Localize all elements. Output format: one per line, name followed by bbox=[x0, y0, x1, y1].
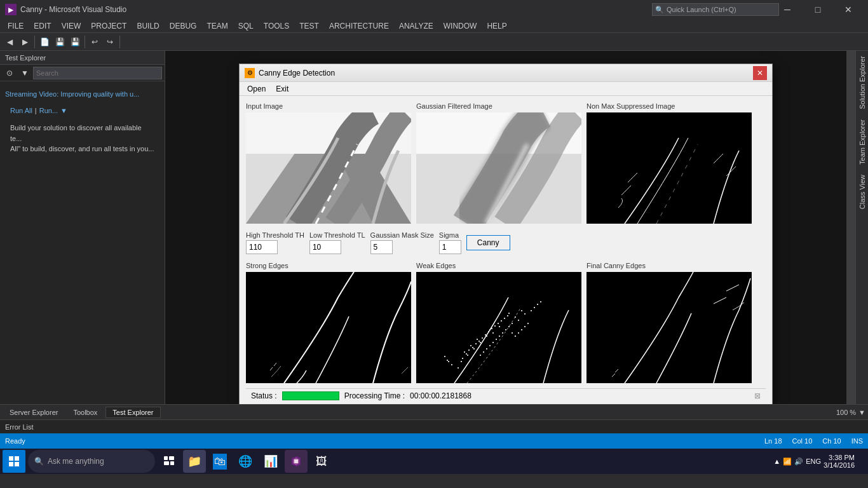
menu-debug[interactable]: DEBUG bbox=[165, 20, 202, 32]
menu-help[interactable]: HELP bbox=[482, 20, 512, 32]
processing-label: Processing Time : bbox=[344, 391, 405, 400]
weak-edges-container bbox=[416, 272, 581, 383]
dialog-close-button[interactable]: ✕ bbox=[753, 66, 767, 80]
menu-architecture[interactable]: ARCHITECTURE bbox=[324, 20, 394, 32]
eng-language[interactable]: ENG bbox=[806, 458, 821, 465]
progress-bar bbox=[282, 391, 339, 400]
search-bar-placeholder: Ask me anything bbox=[48, 457, 104, 466]
file-explorer-taskbar[interactable]: 📁 bbox=[183, 450, 206, 473]
svg-rect-35 bbox=[478, 341, 480, 342]
high-threshold-label: High Threshold TH bbox=[246, 231, 304, 239]
svg-rect-50 bbox=[537, 304, 538, 305]
svg-rect-25 bbox=[512, 323, 513, 324]
run-dropdown-icon[interactable]: ▼ bbox=[60, 105, 67, 117]
back-button[interactable]: ◀ bbox=[3, 35, 17, 49]
test-explorer-header: Test Explorer bbox=[0, 51, 165, 65]
clock-time: 3:38 PM bbox=[824, 454, 855, 461]
svg-rect-51 bbox=[540, 301, 541, 302]
forward-button[interactable]: ▶ bbox=[18, 35, 32, 49]
run-controls: Run All | Run... ▼ bbox=[5, 103, 159, 119]
undo-button[interactable]: ↩ bbox=[88, 35, 102, 49]
run-dropdown-button[interactable]: Run... bbox=[39, 105, 58, 117]
menu-team[interactable]: TEAM bbox=[201, 20, 233, 32]
dialog-menu-open[interactable]: Open bbox=[242, 83, 271, 95]
resize-grip[interactable]: ⊠ bbox=[754, 391, 761, 400]
class-view-tab[interactable]: Class View bbox=[857, 170, 868, 214]
svg-rect-43 bbox=[504, 318, 505, 319]
menu-sql[interactable]: SQL bbox=[233, 20, 259, 32]
error-list-label[interactable]: Error List bbox=[5, 423, 34, 431]
menu-build[interactable]: BUILD bbox=[132, 20, 164, 32]
quick-launch-box[interactable]: 🔍 Quick Launch (Ctrl+Q) bbox=[652, 3, 779, 16]
svg-rect-47 bbox=[444, 356, 445, 357]
solution-explorer-tab[interactable]: Solution Explorer bbox=[857, 51, 868, 114]
toolbar-separator-3 bbox=[119, 36, 120, 48]
maximize-button[interactable]: □ bbox=[803, 0, 832, 19]
svg-rect-10 bbox=[416, 272, 581, 383]
low-threshold-input[interactable] bbox=[309, 240, 341, 254]
svg-rect-39 bbox=[491, 328, 492, 329]
network-icon[interactable]: 📶 bbox=[783, 458, 792, 466]
test-explorer-bottom-tab[interactable]: Test Explorer bbox=[105, 407, 160, 418]
high-threshold-input[interactable] bbox=[246, 240, 278, 254]
vs-taskbar[interactable] bbox=[285, 450, 308, 473]
test-nav-button[interactable]: ⊙ bbox=[3, 66, 17, 80]
svg-rect-58 bbox=[499, 336, 500, 337]
clock[interactable]: 3:38 PM 3/14/2016 bbox=[824, 454, 855, 469]
svg-rect-33 bbox=[472, 347, 473, 348]
dialog-menu-exit[interactable]: Exit bbox=[271, 83, 294, 95]
test-filter-button[interactable]: ▼ bbox=[18, 66, 32, 80]
menu-window[interactable]: WINDOW bbox=[438, 20, 482, 32]
search-input[interactable] bbox=[33, 67, 162, 79]
store-taskbar[interactable]: 🛍 bbox=[208, 450, 231, 473]
new-file-button[interactable]: 📄 bbox=[37, 35, 51, 49]
close-button[interactable]: ✕ bbox=[834, 0, 863, 19]
test-explorer-toolbar: ⊙ ▼ bbox=[0, 65, 165, 81]
left-panel: Test Explorer ⊙ ▼ Streaming Video: Impro… bbox=[0, 51, 165, 404]
menu-analyze[interactable]: ANALYZE bbox=[394, 20, 438, 32]
save-button[interactable]: 💾 bbox=[53, 35, 67, 49]
canny-button[interactable]: Canny bbox=[466, 235, 510, 250]
redo-button[interactable]: ↪ bbox=[103, 35, 117, 49]
powerpoint-taskbar[interactable]: 📊 bbox=[259, 450, 282, 473]
dialog-title: Canny Edge Detection bbox=[259, 69, 753, 78]
status-bar: Ready Ln 18 Col 10 Ch 10 INS bbox=[0, 433, 868, 449]
photos-taskbar[interactable]: 🖼 bbox=[310, 450, 333, 473]
menu-view[interactable]: VIEW bbox=[57, 20, 86, 32]
search-button[interactable]: 🔍 Ask me anything bbox=[28, 450, 155, 473]
dialog-titlebar: ⚙ Canny Edge Detection ✕ bbox=[240, 64, 772, 82]
svg-rect-61 bbox=[508, 326, 510, 327]
gaussian-mask-input[interactable] bbox=[370, 240, 393, 254]
zoom-dropdown-icon[interactable]: ▼ bbox=[858, 409, 865, 416]
svg-rect-24 bbox=[448, 361, 449, 362]
right-scrollbar[interactable] bbox=[846, 51, 855, 404]
menu-edit[interactable]: EDIT bbox=[29, 20, 56, 32]
final-edges-svg bbox=[587, 272, 752, 383]
edge-taskbar[interactable]: 🌐 bbox=[234, 450, 257, 473]
clock-date: 3/14/2016 bbox=[824, 461, 855, 469]
show-hidden-icon[interactable]: ▲ bbox=[773, 458, 780, 465]
menu-file[interactable]: FILE bbox=[3, 20, 29, 32]
svg-rect-31 bbox=[466, 353, 467, 355]
sigma-input[interactable] bbox=[439, 240, 461, 254]
strong-edges-container bbox=[246, 272, 411, 383]
windows-start-button[interactable] bbox=[3, 450, 25, 473]
gaussian-image-panel: Gaussian Filtered Image bbox=[416, 102, 581, 224]
run-all-button[interactable]: Run All bbox=[10, 105, 32, 117]
toolbox-tab[interactable]: Toolbox bbox=[66, 407, 104, 418]
team-explorer-tab[interactable]: Team Explorer bbox=[857, 114, 868, 170]
title-bar: ▶ Canny - Microsoft Visual Studio 🔍 Quic… bbox=[0, 0, 868, 19]
speaker-icon[interactable]: 🔊 bbox=[794, 458, 803, 466]
left-content: Streaming Video: Improving quality with … bbox=[0, 81, 165, 163]
task-view-button[interactable] bbox=[158, 450, 180, 473]
server-explorer-tab[interactable]: Server Explorer bbox=[3, 407, 65, 418]
streaming-video-link[interactable]: Streaming Video: Improving quality with … bbox=[5, 90, 139, 98]
high-threshold-group: High Threshold TH bbox=[246, 231, 304, 254]
save-all-button[interactable]: 💾 bbox=[68, 35, 82, 49]
menu-test[interactable]: TEST bbox=[294, 20, 324, 32]
menu-project[interactable]: PROJECT bbox=[86, 20, 132, 32]
toolbar-separator-2 bbox=[85, 36, 85, 48]
character-number: Ch 10 bbox=[822, 437, 841, 445]
menu-tools[interactable]: TOOLS bbox=[259, 20, 294, 32]
svg-rect-16 bbox=[480, 342, 481, 343]
